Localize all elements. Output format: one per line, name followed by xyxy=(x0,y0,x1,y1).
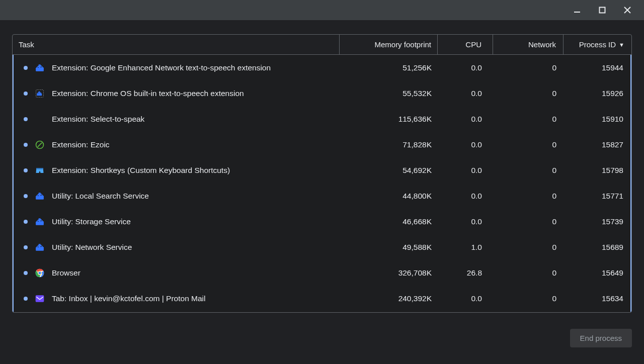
col-header-task[interactable]: Task xyxy=(13,35,340,54)
puzzle-blue-icon xyxy=(35,242,45,252)
task-table: Task Memory footprint CPU Network Proces… xyxy=(12,34,632,313)
selection-bullet xyxy=(24,66,28,70)
puzzle-blue-icon xyxy=(35,63,45,73)
task-name: Extension: Select-to-speak xyxy=(52,115,144,124)
network-cell: 0 xyxy=(493,166,564,175)
selection-bullet xyxy=(24,117,28,121)
ezoic-icon xyxy=(35,140,45,150)
proton-icon xyxy=(35,294,45,304)
pid-cell: 15771 xyxy=(564,192,630,201)
svg-rect-1 xyxy=(600,8,605,13)
col-header-network[interactable]: Network xyxy=(493,35,564,54)
cpu-cell: 0.0 xyxy=(438,115,493,124)
pid-cell: 15944 xyxy=(564,63,630,72)
task-name: Extension: Ezoic xyxy=(52,140,110,149)
puzzle-blue-icon xyxy=(35,217,45,227)
memory-cell: 71,828K xyxy=(340,140,438,149)
table-row[interactable]: Browser326,708K26.8015649 xyxy=(14,260,630,286)
cpu-cell: 0.0 xyxy=(438,192,493,201)
network-cell: 0 xyxy=(493,192,564,201)
table-row[interactable]: Extension: Chrome OS built-in text-to-sp… xyxy=(14,80,630,106)
table-row[interactable]: Extension: Google Enhanced Network text-… xyxy=(14,55,630,80)
cpu-cell: 0.0 xyxy=(438,140,493,149)
table-row[interactable]: Extension: Select-to-speak115,636K0.0015… xyxy=(14,106,630,132)
puzzle-blue-icon xyxy=(35,191,45,201)
task-name: Utility: Network Service xyxy=(52,243,132,252)
table-body[interactable]: Extension: Google Enhanced Network text-… xyxy=(13,55,631,313)
selection-bullet xyxy=(24,220,28,224)
memory-cell: 46,668K xyxy=(340,217,438,226)
network-cell: 0 xyxy=(493,243,564,252)
network-cell: 0 xyxy=(493,268,564,278)
cpu-cell: 0.0 xyxy=(438,166,493,175)
selection-bullet xyxy=(24,245,28,249)
cpu-cell: 0.0 xyxy=(438,89,493,98)
close-button[interactable] xyxy=(616,2,639,18)
maximize-button[interactable] xyxy=(591,2,614,18)
table-row[interactable]: Utility: Local Search Service44,800K0.00… xyxy=(14,183,630,209)
task-name: Browser xyxy=(52,268,80,278)
network-cell: 0 xyxy=(493,140,564,149)
pid-cell: 15798 xyxy=(564,166,630,175)
pid-cell: 15827 xyxy=(564,140,630,149)
task-name: Extension: Google Enhanced Network text-… xyxy=(52,63,271,72)
shorts-icon xyxy=(35,165,45,175)
selection-bullet xyxy=(24,271,28,275)
cpu-cell: 0.0 xyxy=(438,63,493,72)
end-process-button[interactable]: End process xyxy=(570,329,632,347)
network-cell: 0 xyxy=(493,217,564,226)
memory-cell: 55,532K xyxy=(340,89,438,98)
network-cell: 0 xyxy=(493,294,564,303)
task-name: Utility: Storage Service xyxy=(52,217,131,226)
memory-cell: 54,692K xyxy=(340,166,438,175)
pid-cell: 15689 xyxy=(564,243,630,252)
table-row[interactable]: Extension: Shortkeys (Custom Keyboard Sh… xyxy=(14,157,630,183)
none-icon xyxy=(35,114,45,124)
cpu-cell: 26.8 xyxy=(438,268,493,278)
table-row[interactable]: Utility: Network Service49,588K1.0015689 xyxy=(14,234,630,260)
cpu-cell: 1.0 xyxy=(438,243,493,252)
pid-cell: 15634 xyxy=(564,294,630,303)
selection-bullet xyxy=(24,297,28,301)
col-header-cpu[interactable]: CPU xyxy=(438,35,493,54)
network-cell: 0 xyxy=(493,63,564,72)
table-row[interactable]: Extension: Ezoic71,828K0.0015827 xyxy=(14,132,630,157)
task-name: Extension: Chrome OS built-in text-to-sp… xyxy=(52,89,244,98)
memory-cell: 51,256K xyxy=(340,63,438,72)
task-name: Extension: Shortkeys (Custom Keyboard Sh… xyxy=(52,166,230,175)
table-header: Task Memory footprint CPU Network Proces… xyxy=(13,35,631,55)
memory-cell: 326,708K xyxy=(340,268,438,278)
col-header-pid[interactable]: Process ID ▼ xyxy=(564,35,631,54)
selection-bullet xyxy=(24,143,28,147)
chrome-icon xyxy=(35,268,45,278)
pid-cell: 15910 xyxy=(564,115,630,124)
memory-cell: 44,800K xyxy=(340,192,438,201)
table-row[interactable]: Utility: Storage Service46,668K0.0015739 xyxy=(14,209,630,234)
task-name: Tab: Inbox | kevin@kctofel.com | Proton … xyxy=(52,294,206,303)
network-cell: 0 xyxy=(493,89,564,98)
minimize-button[interactable] xyxy=(566,2,589,18)
table-row[interactable]: Tab: Inbox | kevin@kctofel.com | Proton … xyxy=(14,286,630,311)
task-name: Utility: Local Search Service xyxy=(52,192,149,201)
network-cell: 0 xyxy=(493,115,564,124)
selection-bullet xyxy=(24,92,28,96)
memory-cell: 115,636K xyxy=(340,115,438,124)
pid-cell: 15739 xyxy=(564,217,630,226)
cpu-cell: 0.0 xyxy=(438,294,493,303)
cpu-cell: 0.0 xyxy=(438,217,493,226)
memory-cell: 240,392K xyxy=(340,294,438,303)
minimize-icon xyxy=(573,6,581,14)
puzzle-dotted-icon xyxy=(35,88,45,99)
maximize-icon xyxy=(599,7,606,14)
titlebar xyxy=(0,0,644,20)
pid-cell: 15649 xyxy=(564,268,630,278)
sort-descending-icon: ▼ xyxy=(619,42,624,48)
close-icon xyxy=(623,6,631,14)
selection-bullet xyxy=(24,194,28,198)
pid-cell: 15926 xyxy=(564,89,630,98)
col-header-memory[interactable]: Memory footprint xyxy=(340,35,438,54)
memory-cell: 49,588K xyxy=(340,243,438,252)
selection-bullet xyxy=(24,168,28,172)
